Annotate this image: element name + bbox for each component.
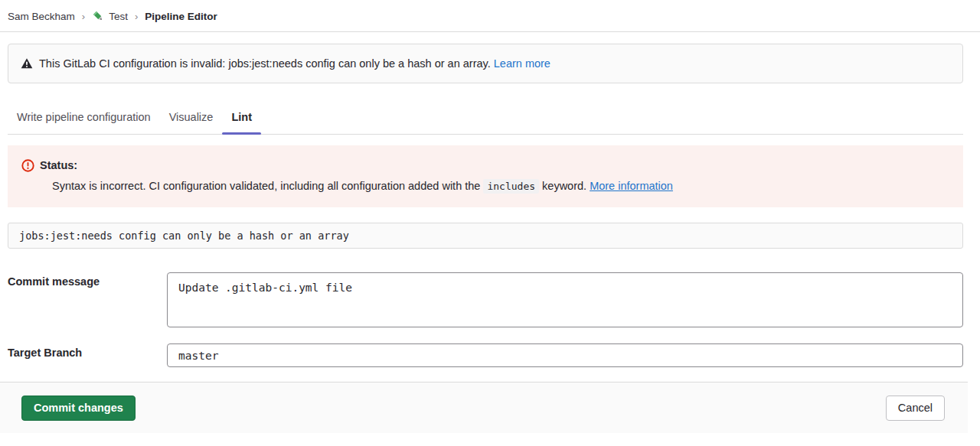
commit-form: Commit message Update .gitlab-ci.yml fil… (8, 272, 963, 367)
chevron-right-icon: › (82, 11, 85, 22)
tab-write-pipeline-configuration[interactable]: Write pipeline configuration (8, 102, 160, 134)
tab-visualize[interactable]: Visualize (160, 102, 223, 134)
includes-keyword-chip: includes (483, 179, 539, 194)
page-content: This GitLab CI configuration is invalid:… (8, 44, 963, 367)
commit-message-label: Commit message (8, 272, 167, 288)
breadcrumb-item-project[interactable]: Test (109, 11, 128, 22)
status-title: Status: (40, 158, 77, 173)
commit-action-bar: Commit changes Cancel (0, 382, 968, 433)
breadcrumb-item-current: Pipeline Editor (145, 11, 217, 22)
error-circle-icon (21, 159, 34, 172)
tab-lint[interactable]: Lint (222, 102, 261, 134)
lint-status-alert: Status: Syntax is incorrect. CI configur… (8, 145, 963, 207)
more-information-link[interactable]: More information (590, 180, 673, 192)
target-branch-label: Target Branch (8, 343, 167, 359)
target-branch-input[interactable] (167, 343, 963, 367)
commit-message-input[interactable]: Update .gitlab-ci.yml file (167, 272, 963, 327)
ci-invalid-banner: This GitLab CI configuration is invalid:… (8, 44, 963, 83)
project-avatar-pencil-icon (92, 10, 104, 22)
status-body: Syntax is incorrect. CI configuration va… (21, 178, 949, 194)
commit-changes-button[interactable]: Commit changes (21, 396, 136, 421)
warning-triangle-icon (21, 57, 33, 70)
breadcrumb-item-user[interactable]: Sam Beckham (8, 11, 75, 22)
chevron-right-icon: › (135, 11, 138, 22)
cancel-button[interactable]: Cancel (886, 396, 945, 421)
lint-error-message: jobs:jest:needs config can only be a has… (8, 223, 963, 249)
pipeline-editor-tabs: Write pipeline configuration Visualize L… (8, 102, 963, 135)
breadcrumb: Sam Beckham › Test › Pipeline Editor (0, 0, 980, 32)
banner-text: This GitLab CI configuration is invalid:… (39, 56, 550, 71)
learn-more-link[interactable]: Learn more (494, 57, 550, 70)
